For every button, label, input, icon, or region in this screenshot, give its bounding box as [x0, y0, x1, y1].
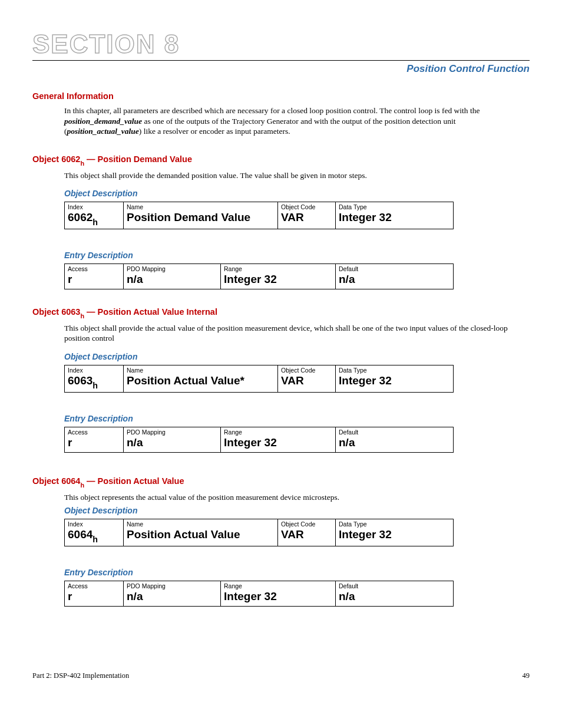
- cell-name: NamePosition Demand Value: [124, 202, 278, 229]
- header-label: Default: [339, 265, 450, 272]
- cell-default: Defaultn/a: [336, 263, 454, 289]
- object-description-table: Index6063h NamePosition Actual Value* Ob…: [64, 365, 454, 393]
- section-divider: [32, 60, 530, 61]
- cell-value: r: [68, 590, 120, 603]
- cell-value: VAR: [281, 528, 332, 541]
- cell-value: Position Actual Value: [127, 528, 275, 541]
- cell-index: Index6063h: [65, 365, 124, 392]
- cell-value: Integer 32: [224, 436, 332, 449]
- header-label: Index: [68, 367, 120, 374]
- heading-prefix: Object 6064: [32, 476, 80, 486]
- header-label: PDO Mapping: [127, 582, 217, 589]
- cell-value: VAR: [281, 374, 332, 387]
- table-row: Accessr PDO Mappingn/a RangeInteger 32 D…: [65, 581, 454, 606]
- cell-value: n/a: [339, 590, 450, 603]
- object-description-table: Index6064h NamePosition Actual Value Obj…: [64, 519, 454, 546]
- header-label: PDO Mapping: [127, 429, 217, 436]
- cell-range: RangeInteger 32: [221, 427, 336, 452]
- cell-range: RangeInteger 32: [221, 581, 336, 606]
- cell-pdo-mapping: PDO Mappingn/a: [124, 427, 221, 452]
- header-label: PDO Mapping: [127, 265, 217, 272]
- header-label: Default: [339, 429, 450, 436]
- heading-object-description: Object Description: [64, 506, 530, 515]
- header-label: Data Type: [339, 203, 450, 210]
- subscript-h: h: [92, 381, 98, 390]
- header-label: Default: [339, 582, 450, 589]
- cell-data-type: Data TypeInteger 32: [336, 365, 454, 392]
- heading-prefix: Object 6062: [32, 154, 80, 164]
- cell-data-type: Data TypeInteger 32: [336, 519, 454, 546]
- header-label: Name: [127, 367, 275, 374]
- entry-description-table: Accessr PDO Mappingn/a RangeInteger 32 D…: [64, 427, 454, 453]
- header-label: Name: [127, 203, 275, 210]
- header-label: Range: [224, 582, 332, 589]
- section-banner: SECTION 8: [32, 29, 530, 59]
- heading-suffix: — Position Demand Value: [84, 154, 192, 164]
- cell-value: n/a: [127, 273, 217, 286]
- subscript-h: h: [92, 535, 98, 544]
- object-body: This object shall provide the demanded p…: [64, 170, 524, 181]
- cell-value: 6063h: [68, 374, 120, 389]
- heading-general-info: General Information: [32, 91, 530, 101]
- table-row: Index6064h NamePosition Actual Value Obj…: [65, 519, 454, 546]
- heading-entry-description: Entry Description: [64, 251, 530, 260]
- cell-value: 6064h: [68, 528, 120, 543]
- cell-value: n/a: [339, 436, 450, 449]
- heading-entry-description: Entry Description: [64, 568, 530, 577]
- header-label: Access: [68, 582, 120, 589]
- general-info-body: In this chapter, all parameters are desc…: [64, 106, 524, 137]
- header-label: Data Type: [339, 367, 450, 374]
- heading-entry-description: Entry Description: [64, 414, 530, 423]
- heading-object-6063: Object 6063h — Position Actual Value Int…: [32, 307, 530, 318]
- cell-index: Index6062h: [65, 202, 124, 229]
- text: In this chapter, all parameters are desc…: [64, 106, 480, 115]
- header-label: Data Type: [339, 521, 450, 528]
- object-body: This object represents the actual value …: [64, 492, 524, 503]
- cell-default: Defaultn/a: [336, 581, 454, 606]
- cell-value: Integer 32: [339, 211, 450, 224]
- header-label: Object Code: [281, 367, 332, 374]
- cell-value: r: [68, 273, 120, 286]
- header-label: Name: [127, 521, 275, 528]
- cell-default: Defaultn/a: [336, 427, 454, 452]
- subscript-h: h: [80, 312, 84, 319]
- subscript-h: h: [80, 160, 84, 167]
- cell-value: Position Demand Value: [127, 211, 275, 224]
- cell-value: Integer 32: [224, 590, 332, 603]
- header-label: Access: [68, 265, 120, 272]
- cell-object-code: Object CodeVAR: [278, 365, 336, 392]
- index-number: 6062: [68, 211, 92, 223]
- table-row: Accessr PDO Mappingn/a RangeInteger 32 D…: [65, 263, 454, 289]
- header-label: Object Code: [281, 203, 332, 210]
- footer-page-number: 49: [523, 671, 530, 680]
- header-label: Index: [68, 203, 120, 210]
- cell-access: Accessr: [65, 581, 124, 606]
- cell-access: Accessr: [65, 427, 124, 452]
- entry-description-table: Accessr PDO Mappingn/a RangeInteger 32 D…: [64, 263, 454, 289]
- subscript-h: h: [92, 218, 98, 227]
- cell-value: n/a: [127, 590, 217, 603]
- cell-object-code: Object CodeVAR: [278, 519, 336, 546]
- footer-left-text: Part 2: DSP-402 Implementation: [32, 671, 129, 680]
- cell-pdo-mapping: PDO Mappingn/a: [124, 263, 221, 289]
- header-label: Range: [224, 265, 332, 272]
- heading-object-description: Object Description: [64, 352, 530, 361]
- cell-value: n/a: [127, 436, 217, 449]
- entry-description-table: Accessr PDO Mappingn/a RangeInteger 32 D…: [64, 581, 454, 607]
- cell-data-type: Data TypeInteger 32: [336, 202, 454, 229]
- cell-value: Position Actual Value*: [127, 374, 275, 387]
- header-label: Range: [224, 429, 332, 436]
- cell-value: n/a: [339, 273, 450, 286]
- heading-prefix: Object 6063: [32, 307, 80, 317]
- object-body: This object shall provide the actual val…: [64, 323, 524, 344]
- header-label: Access: [68, 429, 120, 436]
- cell-value: Integer 32: [224, 273, 332, 286]
- cell-value: 6062h: [68, 211, 120, 226]
- table-row: Accessr PDO Mappingn/a RangeInteger 32 D…: [65, 427, 454, 452]
- text: ) like a resolver or encoder as input pa…: [139, 127, 290, 136]
- cell-range: RangeInteger 32: [221, 263, 336, 289]
- cell-value: r: [68, 436, 120, 449]
- page-title: Position Control Function: [32, 63, 530, 75]
- cell-object-code: Object CodeVAR: [278, 202, 336, 229]
- heading-suffix: — Position Actual Value Internal: [84, 307, 217, 317]
